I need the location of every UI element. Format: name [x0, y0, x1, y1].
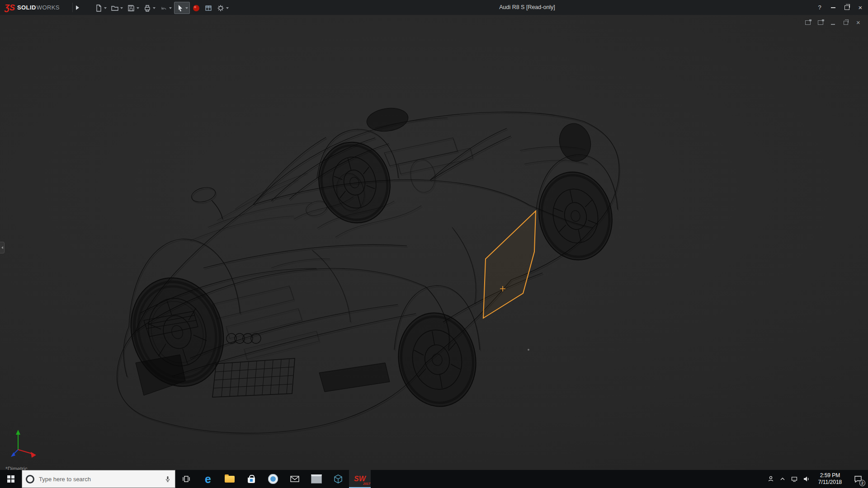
task-view-icon [182, 474, 191, 483]
save-icon [127, 4, 135, 12]
appearance-sphere-icon [192, 4, 200, 12]
wheel-front-right[interactable] [391, 307, 483, 413]
flyout-arrow-icon [76, 5, 79, 10]
clock-date: 7/11/2018 [818, 479, 842, 486]
grille-mesh [212, 358, 295, 397]
edge-icon: e [205, 474, 211, 485]
open-folder-icon [111, 4, 119, 12]
restore-button[interactable] [840, 0, 854, 15]
taskbar-clock[interactable]: 2:59 PM 7/11/2018 [812, 470, 848, 488]
view-orientation-label: *Dimetric [5, 466, 28, 470]
wheel-rear-left[interactable] [310, 134, 399, 231]
windows-logo-icon [7, 475, 14, 483]
people-button[interactable] [765, 470, 777, 488]
orientation-triad-icon [11, 430, 36, 458]
new-document-button[interactable] [93, 2, 108, 14]
minimize-icon [831, 7, 835, 8]
search-input[interactable] [38, 475, 160, 483]
dassault-logo-icon: ƷS [5, 4, 15, 12]
wheel-front-left[interactable] [117, 266, 237, 399]
title-bar: ƷS SOLID WORKS [0, 0, 868, 15]
speaker-icon [802, 475, 810, 483]
shopping-bag-icon [248, 478, 255, 483]
document-window-controls: × [804, 19, 862, 26]
cube-icon [333, 474, 343, 484]
3d-app-button[interactable] [327, 470, 349, 488]
wireframe-car-model[interactable] [0, 15, 868, 470]
hidden-icons-button[interactable] [777, 470, 788, 488]
start-button[interactable] [0, 470, 22, 488]
solidworks-app-icon: SW 2017 [354, 475, 366, 483]
document-restore-button[interactable] [842, 19, 849, 26]
select-cursor-icon [176, 4, 184, 12]
volume-button[interactable] [800, 470, 812, 488]
float-window-button-2[interactable] [817, 19, 824, 26]
envelope-icon [290, 475, 299, 483]
search-ring-icon [26, 475, 34, 483]
dropdown-arrow-icon[interactable] [137, 7, 139, 9]
help-button[interactable]: ? [813, 0, 826, 15]
window-controls: ? × [813, 0, 867, 15]
gear-icon [217, 4, 225, 12]
undo-button[interactable] [158, 2, 174, 14]
clock-time: 2:59 PM [820, 472, 840, 479]
store-button[interactable] [241, 470, 262, 488]
menu-flyout-button[interactable] [72, 3, 82, 12]
graphics-area[interactable]: × *Dimetric [0, 15, 868, 470]
task-view-button[interactable] [175, 470, 197, 488]
notification-badge: 2 [859, 480, 865, 486]
print-icon [143, 4, 151, 12]
network-icon [791, 475, 798, 483]
circular-app-icon [268, 474, 278, 484]
system-tray: 2:59 PM 7/11/2018 2 [765, 470, 868, 488]
print-button[interactable] [142, 2, 157, 14]
float-window-icon [818, 20, 823, 25]
brand-works: WORKS [37, 4, 60, 11]
display-settings-button[interactable] [203, 2, 214, 14]
window-title: Audi R8 S [Read-only] [499, 0, 555, 15]
select-tool-button[interactable] [174, 2, 190, 14]
microphone-icon[interactable] [164, 475, 171, 483]
restore-icon [844, 21, 848, 25]
dropdown-arrow-icon[interactable] [169, 7, 172, 9]
quick-access-toolbar [93, 2, 231, 14]
minimize-icon [831, 24, 835, 25]
display-grid-icon [204, 4, 212, 12]
chevron-up-icon [779, 476, 786, 482]
dropdown-arrow-icon[interactable] [104, 7, 107, 9]
save-button[interactable] [125, 2, 141, 14]
stray-vertex-dot [528, 349, 529, 351]
float-window-button[interactable] [804, 19, 811, 26]
selected-face-highlight[interactable] [483, 211, 536, 318]
network-button[interactable] [788, 470, 800, 488]
document-minimize-button[interactable] [830, 19, 836, 26]
folder-icon [225, 476, 235, 483]
edit-appearance-button[interactable] [190, 2, 202, 14]
document-close-button[interactable]: × [855, 19, 862, 26]
window-app-icon [311, 474, 322, 483]
mail-button[interactable] [284, 470, 306, 488]
browser-app-button[interactable] [262, 470, 284, 488]
dropdown-arrow-icon[interactable] [185, 7, 188, 9]
dropdown-arrow-icon[interactable] [120, 7, 123, 9]
dropdown-arrow-icon[interactable] [153, 7, 156, 9]
restore-icon [844, 5, 849, 10]
action-center-button[interactable]: 2 [848, 470, 868, 488]
collapsed-panel-tab[interactable] [0, 242, 5, 253]
new-document-icon [94, 4, 103, 12]
close-button[interactable]: × [854, 0, 867, 15]
edge-button[interactable]: e [197, 470, 219, 488]
dropdown-arrow-icon[interactable] [226, 7, 229, 9]
expand-panel-arrow-icon [1, 246, 3, 249]
taskbar-search-box[interactable] [22, 470, 175, 488]
solidworks-taskbar-button[interactable]: SW 2017 [349, 470, 371, 488]
undo-icon [160, 4, 168, 12]
wheel-rear-right[interactable] [531, 165, 620, 267]
window-app-button[interactable] [306, 470, 327, 488]
brand-solid: SOLID [17, 4, 36, 11]
file-explorer-button[interactable] [219, 470, 241, 488]
options-button[interactable] [215, 2, 231, 14]
float-window-icon [805, 20, 811, 25]
minimize-button[interactable] [826, 0, 840, 15]
open-button[interactable] [109, 2, 125, 14]
